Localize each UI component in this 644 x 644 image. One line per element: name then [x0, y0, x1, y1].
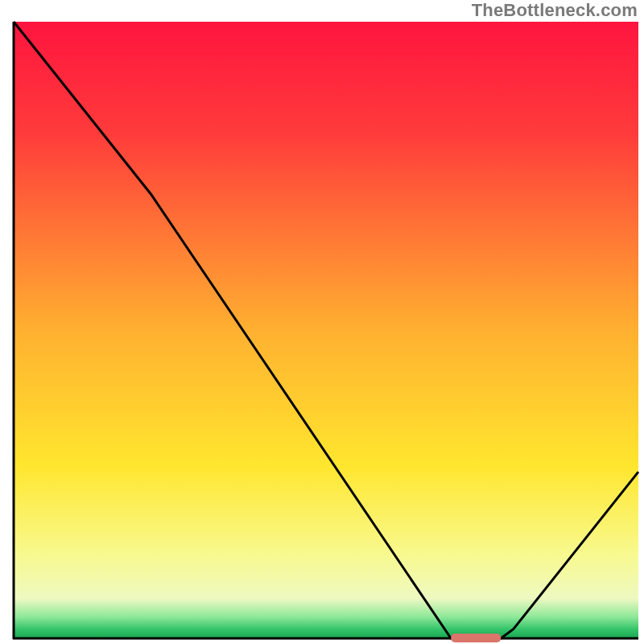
optimal-range-marker — [451, 634, 501, 642]
chart-stage: TheBottleneck.com — [0, 0, 644, 644]
bottleneck-chart — [0, 0, 644, 644]
plot-background — [14, 22, 638, 638]
watermark-label: TheBottleneck.com — [472, 0, 638, 21]
